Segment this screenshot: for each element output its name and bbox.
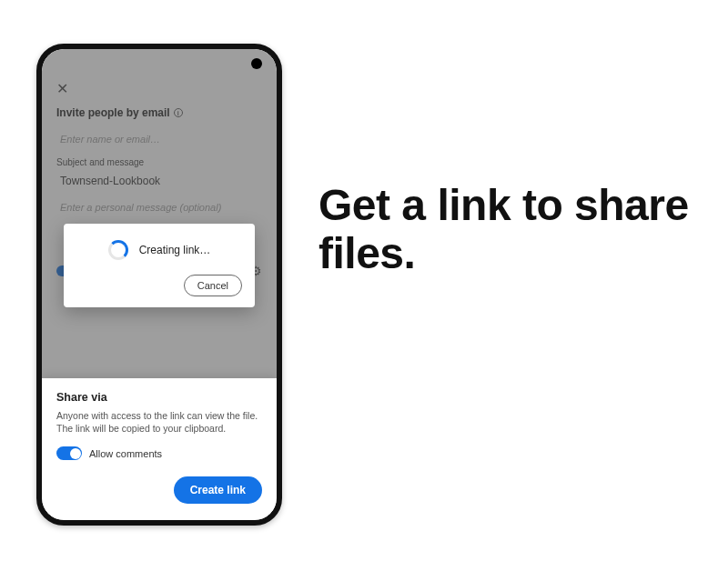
creating-link-modal: Creating link… Cancel — [64, 224, 255, 307]
allow-comments-toggle[interactable] — [56, 446, 82, 460]
phone-screen: ✕ Invite people by email i Enter name or… — [42, 49, 277, 520]
share-sheet-title: Share via — [56, 391, 262, 404]
phone-frame: ✕ Invite people by email i Enter name or… — [36, 44, 282, 526]
modal-status-text: Creating link… — [139, 244, 211, 256]
create-link-button[interactable]: Create link — [174, 476, 262, 504]
cancel-button[interactable]: Cancel — [184, 275, 242, 296]
share-sheet-description: Anyone with access to the link can view … — [56, 409, 262, 436]
allow-comments-label: Allow comments — [89, 448, 162, 459]
camera-hole — [251, 58, 262, 69]
spinner-icon — [108, 240, 128, 260]
marketing-headline: Get a link to share files. — [318, 182, 701, 278]
share-sheet: Share via Anyone with access to the link… — [42, 378, 277, 520]
